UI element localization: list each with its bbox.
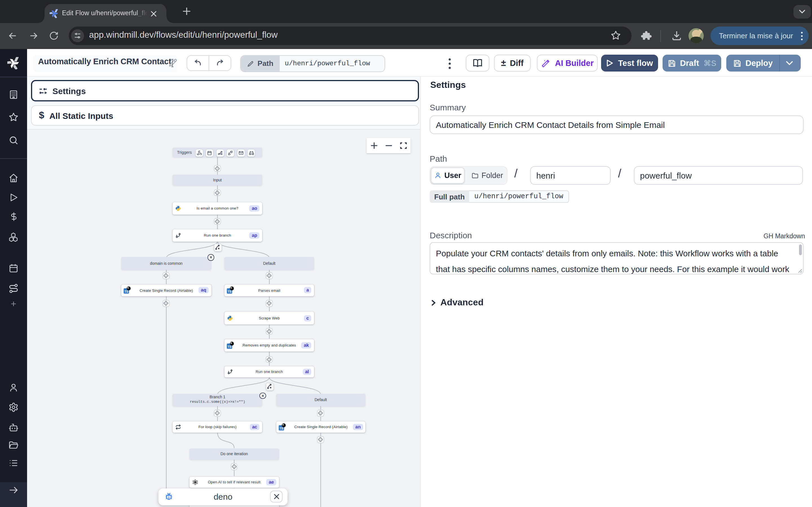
svg-text:TS: TS xyxy=(124,290,128,293)
svg-text:TS: TS xyxy=(228,345,232,348)
svg-text:TS: TS xyxy=(228,290,232,293)
svg-text:TS: TS xyxy=(280,427,283,430)
